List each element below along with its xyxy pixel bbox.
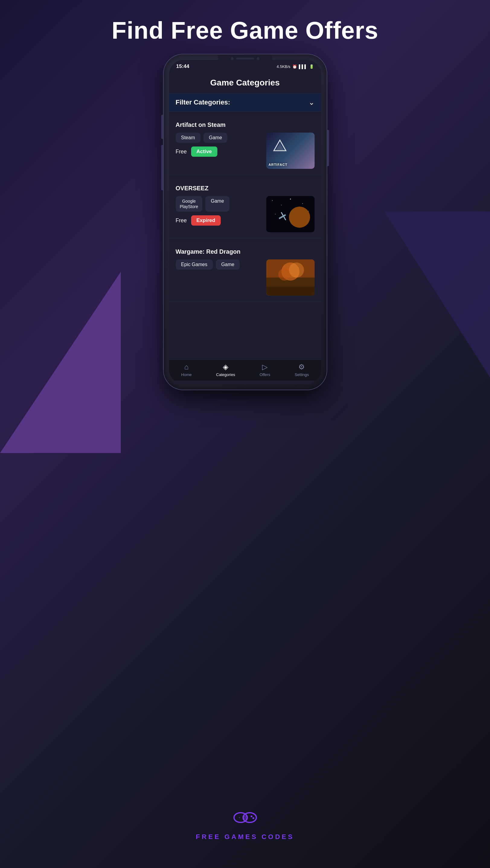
tags-row-artifact: Steam Game (176, 132, 261, 143)
price-status-artifact: Free Active (176, 147, 261, 157)
thumbnail-wargame: WARGAME (266, 259, 315, 296)
nav-item-home[interactable]: ⌂ Home (181, 363, 192, 377)
svg-point-21 (252, 817, 254, 819)
nav-label-settings: Settings (295, 372, 309, 377)
status-badge-expired: Expired (191, 215, 221, 226)
scroll-content: Artifact on Steam Steam Game Free Active (169, 112, 321, 360)
thumbnail-artifact: ARTIFACT (266, 132, 315, 169)
game-tags-overseez: GooglePlayStore Game Free Expired (176, 196, 261, 226)
svg-point-5 (290, 199, 291, 199)
home-icon: ⌂ (184, 363, 189, 371)
nav-item-offers[interactable]: ▷ Offers (260, 363, 270, 377)
camera-dot-left (231, 57, 234, 60)
nav-label-offers: Offers (260, 372, 270, 377)
svg-point-24 (244, 817, 246, 818)
nav-item-categories[interactable]: ◈ Categories (216, 363, 235, 377)
app-header: Game Categories (169, 71, 321, 93)
data-speed: 4.5KB/s (276, 64, 290, 69)
footer-text: FREE GAMES CODES (196, 833, 294, 841)
game-body-wargame: Epic Games Game (176, 259, 315, 296)
thumb-oversees-bg: oversees (266, 196, 315, 232)
svg-point-8 (275, 214, 275, 214)
artifact-text: ARTIFACT (269, 163, 312, 166)
filter-bar[interactable]: Filter Categories: ⌄ (169, 93, 321, 112)
thumb-artifact-bg: ARTIFACT (266, 132, 315, 169)
nav-label-home: Home (181, 372, 192, 377)
game-body-artifact: Steam Game Free Active (176, 132, 315, 169)
platform-tag-google[interactable]: GooglePlayStore (176, 196, 203, 212)
wargame-bg-svg (266, 259, 315, 296)
game-title-artifact: Artifact on Steam (176, 121, 315, 128)
bg-decoration-left (0, 272, 121, 453)
platform-tag-epic[interactable]: Epic Games (176, 259, 213, 270)
signal-icon: ▌▌▌ (299, 64, 307, 69)
nav-item-settings[interactable]: ⚙ Settings (295, 363, 309, 377)
svg-point-15 (279, 269, 290, 281)
oversees-bg-svg (266, 196, 315, 232)
app-content: Game Categories Filter Categories: ⌄ Art… (169, 71, 321, 380)
phone-screen: 15:44 4.5KB/s ⏰ ▌▌▌ 🔋 Game Categories Fi… (169, 60, 321, 384)
bottom-nav: ⌂ Home ◈ Categories ▷ Offers ⚙ Settings (169, 360, 321, 380)
game-card-wargame[interactable]: Wargame: Red Dragon Epic Games Game (169, 242, 321, 302)
thumbnail-overseez: oversees (266, 196, 315, 232)
battery-icon: 🔋 (309, 64, 314, 69)
game-card-overseez[interactable]: OVERSEEZ GooglePlayStore Game Free Expir… (169, 179, 321, 239)
page-title: Find Free Game Offers (0, 17, 490, 44)
platform-tag-steam[interactable]: Steam (176, 132, 200, 143)
game-body-overseez: GooglePlayStore Game Free Expired (176, 196, 315, 232)
phone-notch (218, 54, 272, 63)
offers-icon: ▷ (262, 363, 267, 371)
svg-point-9 (289, 207, 310, 228)
card-spacer-top (169, 112, 321, 115)
price-overseez: Free (176, 217, 187, 224)
svg-point-7 (308, 211, 309, 211)
game-card-artifact[interactable]: Artifact on Steam Steam Game Free Active (169, 115, 321, 175)
type-tag-game[interactable]: Game (203, 132, 228, 143)
logo-svg (232, 807, 259, 828)
svg-point-3 (272, 200, 273, 201)
status-badge-active: Active (191, 147, 217, 157)
svg-point-6 (302, 203, 303, 204)
chevron-down-icon: ⌄ (308, 98, 315, 106)
app-header-title: Game Categories (175, 78, 315, 88)
game-tags-wargame: Epic Games Game (176, 259, 261, 273)
svg-point-20 (251, 815, 252, 817)
game-title-overseez: OVERSEEZ (176, 185, 315, 192)
type-tag-game2[interactable]: Game (205, 196, 229, 212)
thumb-wargame-bg: WARGAME (266, 259, 315, 296)
price-artifact: Free (176, 149, 187, 155)
price-status-overseez: Free Expired (176, 215, 261, 226)
game-tags-artifact: Steam Game Free Active (176, 132, 261, 157)
speaker-bar (236, 58, 254, 60)
phone-mockup: 15:44 4.5KB/s ⏰ ▌▌▌ 🔋 Game Categories Fi… (164, 54, 327, 390)
bg-decoration-right (384, 211, 490, 377)
categories-icon: ◈ (223, 363, 228, 371)
svg-rect-17 (266, 287, 315, 296)
status-time: 15:44 (176, 63, 189, 69)
status-icons: 4.5KB/s ⏰ ▌▌▌ 🔋 (276, 64, 314, 69)
footer-logo (232, 807, 259, 828)
card-spacer-bot (169, 239, 321, 242)
filter-label: Filter Categories: (176, 98, 230, 106)
nav-label-categories: Categories (216, 372, 235, 377)
alarm-icon: ⏰ (292, 64, 297, 69)
card-spacer-mid (169, 175, 321, 179)
type-tag-game3[interactable]: Game (216, 259, 240, 270)
tags-row-overseez: GooglePlayStore Game (176, 196, 261, 212)
svg-point-16 (289, 262, 304, 278)
svg-point-4 (281, 205, 282, 205)
footer-section: FREE GAMES CODES (0, 807, 490, 841)
game-title-wargame: Wargame: Red Dragon (176, 248, 315, 255)
camera-dot-right (257, 57, 260, 60)
tags-row-wargame: Epic Games Game (176, 259, 261, 270)
phone-outer: 15:44 4.5KB/s ⏰ ▌▌▌ 🔋 Game Categories Fi… (164, 54, 327, 390)
settings-icon: ⚙ (298, 363, 305, 371)
artifact-logo-icon (272, 138, 287, 154)
svg-point-22 (239, 817, 240, 818)
